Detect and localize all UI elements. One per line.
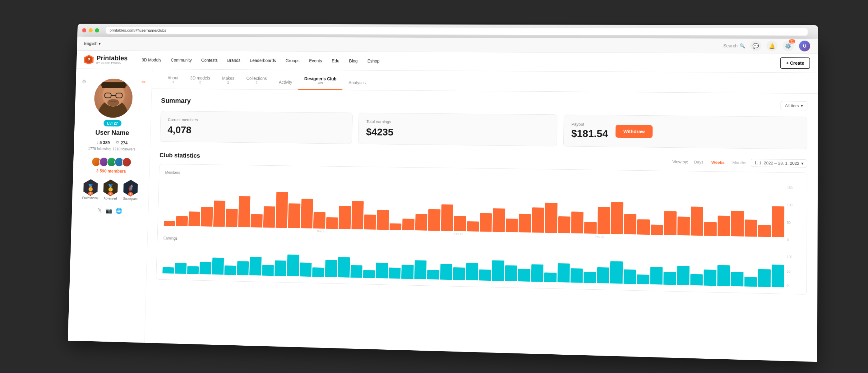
member-avatar-5 xyxy=(122,157,131,167)
logo-sub: by JOSEF PRUSA xyxy=(96,62,127,65)
tab-makes[interactable]: Makes 2 xyxy=(216,70,241,89)
downloads-stat: ↓ 5 389 xyxy=(96,140,110,145)
browser-minimize[interactable] xyxy=(89,28,93,32)
payout-label: Payout xyxy=(571,122,608,127)
view-days-button[interactable]: Days xyxy=(691,158,707,166)
members-bar xyxy=(731,211,744,237)
members-bar xyxy=(377,210,389,230)
earnings-bar xyxy=(350,265,363,278)
nav-item-community[interactable]: Community xyxy=(166,52,196,69)
members-bar xyxy=(201,207,213,227)
notification-button[interactable]: 🔔 xyxy=(766,40,778,51)
members-bar xyxy=(691,207,704,236)
logo-area[interactable]: P Printables by JOSEF PRUSA xyxy=(83,51,128,69)
view-months-button[interactable]: Months xyxy=(729,159,749,166)
earnings-bar xyxy=(262,265,274,276)
browser-maximize[interactable] xyxy=(95,28,99,32)
logo-icon: P xyxy=(83,54,94,65)
members-bar xyxy=(351,201,364,229)
members-bar xyxy=(624,214,637,235)
create-button[interactable]: + Create xyxy=(780,57,810,69)
tab-collections[interactable]: Collections 2 xyxy=(240,70,273,89)
settings-button[interactable]: ⚙️ 31 xyxy=(783,41,794,52)
twitter-icon[interactable]: 𝕏 xyxy=(98,207,102,214)
members-bar xyxy=(364,215,376,230)
badge-icon-professional: 🏅 xyxy=(86,183,94,191)
search-box[interactable]: Search 🔍 xyxy=(723,43,745,48)
badge-label-professional: Professional xyxy=(82,196,98,200)
tab-3dmodels[interactable]: 3D models 2 xyxy=(184,69,216,89)
utility-right: Search 🔍 💬 🔔 ⚙️ 31 U xyxy=(723,40,810,51)
current-members-value: 4,078 xyxy=(167,124,345,137)
members-bar xyxy=(454,216,466,231)
earnings-bar xyxy=(663,272,676,285)
members-bar xyxy=(402,219,414,230)
chat-button[interactable]: 💬 xyxy=(750,40,762,51)
members-bar xyxy=(758,225,771,237)
members-bar xyxy=(772,207,784,238)
members-bar xyxy=(238,196,251,227)
date-range-value: 1. 1. 2022 – 28. 1. 2022 xyxy=(754,160,800,166)
instagram-icon[interactable]: 📷 xyxy=(105,207,112,214)
download-icon: ↓ xyxy=(96,140,98,145)
members-bar xyxy=(276,192,288,228)
user-avatar-button[interactable]: U xyxy=(799,41,810,52)
tab-activity[interactable]: Activity xyxy=(273,74,299,90)
badge-label-supergiant: Supergiant xyxy=(123,197,137,200)
tier-dropdown[interactable]: All tiers ▾ xyxy=(781,101,807,110)
earnings-bar xyxy=(376,263,388,279)
globe-icon[interactable]: 🌐 xyxy=(116,207,122,214)
members-bar xyxy=(545,203,557,233)
svg-text:P: P xyxy=(87,58,90,62)
tab-designers-club[interactable]: Designer's Club 289 xyxy=(298,70,343,90)
nav-item-contests[interactable]: Contests xyxy=(196,52,223,69)
badge-number-advanced: 4 xyxy=(108,192,113,195)
main-content: ⚙ ✏ xyxy=(68,69,818,362)
social-icons: 𝕏 📷 🌐 xyxy=(98,207,122,214)
members-bar xyxy=(571,211,584,234)
nav-item-brands[interactable]: Brands xyxy=(222,52,246,69)
svg-rect-7 xyxy=(102,82,126,88)
date-range-picker[interactable]: 1. 1. 2022 – 28. 1. 2022 ▾ xyxy=(751,159,807,167)
avatar-svg xyxy=(94,79,133,118)
earnings-bar xyxy=(704,270,717,286)
earnings-bar xyxy=(492,260,504,281)
language-selector[interactable]: English ▾ xyxy=(84,41,101,46)
badge-icon-supergiant: 🦸 xyxy=(127,184,135,192)
logo-name: Printables xyxy=(96,55,128,62)
badges-row: 🏅 6 Professional 🥇 4 Advanced xyxy=(82,179,140,200)
earnings-bar xyxy=(389,268,401,279)
earnings-bar xyxy=(224,266,236,275)
profile-edit-icon[interactable]: ✏ xyxy=(142,79,146,86)
earnings-bar xyxy=(623,270,636,284)
summary-header: Summary All tiers ▾ xyxy=(161,96,808,110)
profile-settings-icon[interactable]: ⚙ xyxy=(82,78,87,85)
members-bar xyxy=(213,200,225,227)
language-chevron-icon: ▾ xyxy=(98,41,101,46)
browser-close[interactable] xyxy=(82,28,86,32)
earnings-bar xyxy=(610,261,623,283)
content-area: About 3 3D models 2 Makes 2 Collections … xyxy=(145,69,818,362)
members-bar xyxy=(288,203,300,228)
view-weeks-button[interactable]: Weeks xyxy=(708,158,728,166)
earnings-bar xyxy=(570,268,583,283)
nav-item-groups[interactable]: Groups xyxy=(281,52,305,69)
avatar-face xyxy=(94,79,133,118)
nav-item-3dmodels[interactable]: 3D Models xyxy=(137,52,166,69)
nav-item-edu[interactable]: Edu xyxy=(327,52,344,69)
nav-item-leaderboards[interactable]: Leaderboards xyxy=(245,52,281,69)
earnings-bar xyxy=(466,263,478,280)
tab-about[interactable]: About 3 xyxy=(161,69,185,89)
nav-item-events[interactable]: Events xyxy=(304,52,327,69)
tab-analytics[interactable]: Analytics xyxy=(342,74,372,90)
heart-icon: ♡ xyxy=(116,140,120,145)
withdraw-button[interactable]: Withdraw xyxy=(616,125,653,138)
likes-value: 274 xyxy=(121,141,128,146)
members-bar xyxy=(745,219,757,237)
browser-url-bar[interactable]: printables.com/@username/clubs xyxy=(106,27,808,35)
y-axis-mid: 100 xyxy=(787,203,800,207)
nav-item-eshop[interactable]: Eshop xyxy=(362,53,384,70)
summary-cards: Current members 4,078 Total earnings $42… xyxy=(160,111,807,150)
level-badge: Lvl 27 xyxy=(103,120,122,126)
nav-item-blog[interactable]: Blog xyxy=(344,52,363,69)
